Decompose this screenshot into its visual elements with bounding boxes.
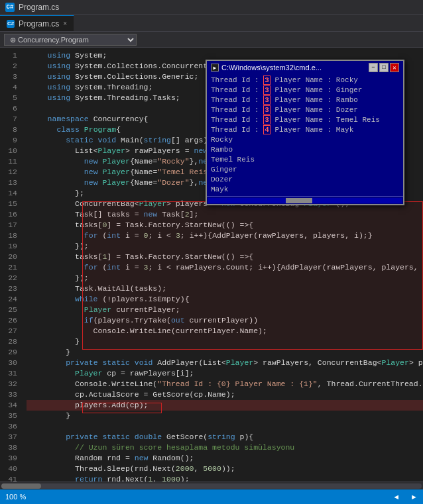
scroll-right-indicator[interactable]: ►	[410, 493, 418, 501]
tab-label: Program.cs	[19, 19, 59, 28]
code-line: Player currentPlayer;	[27, 305, 423, 315]
code-line: Thread.Sleep(rnd.Next(2000, 5000));	[27, 464, 423, 474]
line-number: 17	[0, 220, 21, 230]
code-line: tasks[0] = Task.Factory.StartNew(() =>{	[27, 220, 423, 230]
line-number: 26	[0, 315, 21, 326]
line-number: 5	[0, 93, 21, 103]
editor-area: 1234567891011121314151617181920212223242…	[0, 48, 423, 481]
line-number: 34	[0, 400, 21, 411]
cmd-title-text: C:\Windows\system32\cmd.e...	[221, 64, 322, 72]
code-line: Random rnd = new Random();	[27, 453, 423, 464]
code-line: });	[27, 273, 423, 283]
scrollbar-horizontal[interactable]	[0, 481, 423, 489]
line-number: 12	[0, 167, 21, 177]
line-number: 2	[0, 61, 21, 72]
code-line: private static void AddPlayer(List<Playe…	[27, 358, 423, 368]
thread-id-badge: 3	[263, 76, 271, 85]
breadcrumb-bar: ⊕ Concurrency.Program	[0, 32, 423, 48]
line-number: 35	[0, 411, 21, 421]
tab-icon: C#	[7, 20, 15, 28]
line-number: 13	[0, 177, 21, 188]
line-number: 4	[0, 82, 21, 93]
cmd-output-line: Dozer	[211, 175, 399, 185]
line-number: 27	[0, 326, 21, 336]
line-number: 3	[0, 72, 21, 82]
cmd-output-line: Rocky	[211, 135, 399, 145]
line-number: 9	[0, 135, 21, 146]
line-number: 10	[0, 146, 21, 156]
code-line: if(players.TryTake(out currentPlayer))	[27, 315, 423, 326]
cmd-output-line: Ginger	[211, 165, 399, 175]
ide-window: C# Program.cs C# Program.cs × ⊕ Concurre…	[0, 0, 423, 504]
line-numbers: 1234567891011121314151617181920212223242…	[0, 48, 24, 481]
line-number: 20	[0, 252, 21, 262]
line-number: 29	[0, 347, 21, 358]
code-line: Console.WriteLine("Thread Id : {0} Playe…	[27, 379, 423, 389]
line-number: 11	[0, 156, 21, 167]
thread-id-badge: 3	[263, 105, 271, 115]
thread-id-badge: 3	[263, 115, 271, 125]
code-line: // Uzun süren score hesaplama metodu sim…	[27, 442, 423, 453]
line-number: 7	[0, 114, 21, 125]
line-number: 1	[0, 50, 21, 61]
line-number: 41	[0, 474, 21, 481]
cmd-scroll-thumb	[286, 198, 312, 203]
line-number: 30	[0, 358, 21, 368]
code-line: for (int i = 0; i < 3; i++){AddPlayer(ra…	[27, 230, 423, 241]
line-number: 36	[0, 421, 21, 432]
line-number: 19	[0, 241, 21, 252]
code-line: players.Add(cp);	[27, 400, 423, 411]
line-number: 18	[0, 230, 21, 241]
status-bar: 100 % ◄ ►	[0, 489, 423, 504]
line-number: 33	[0, 389, 21, 400]
code-line: Task[] tasks = new Task[2];	[27, 209, 423, 220]
code-line: }	[27, 411, 423, 421]
line-number: 31	[0, 368, 21, 379]
line-number: 32	[0, 379, 21, 389]
cmd-output-line: Thread Id : 3 Player Name : Temel Reis	[211, 115, 399, 125]
line-number: 8	[0, 125, 21, 135]
zoom-level: 100 %	[5, 493, 26, 501]
line-number: 22	[0, 273, 21, 283]
line-number: 28	[0, 336, 21, 347]
line-number: 39	[0, 453, 21, 464]
tab-close-button[interactable]: ×	[63, 20, 67, 27]
code-line: }	[27, 336, 423, 347]
cmd-maximize-button[interactable]: □	[379, 63, 389, 72]
cmd-window: ▶ C:\Windows\system32\cmd.e... − □ ✕ Thr…	[206, 60, 404, 205]
cmd-output-line: Thread Id : 3 Player Name : Dozer	[211, 105, 399, 115]
line-number: 6	[0, 103, 21, 114]
code-line: Task.WaitAll(tasks);	[27, 283, 423, 294]
line-number: 23	[0, 283, 21, 294]
line-number: 25	[0, 305, 21, 315]
scroll-left-indicator[interactable]: ◄	[393, 493, 400, 501]
breadcrumb-select[interactable]: ⊕ Concurrency.Program	[4, 34, 137, 46]
cmd-scrollbar[interactable]	[207, 196, 403, 204]
title-bar: C# Program.cs	[0, 0, 423, 15]
thread-id-badge: 3	[263, 95, 271, 105]
code-line: Player cp = rawPlayers[i];	[27, 368, 423, 379]
code-line: tasks[1] = Task.Factory.StartNew(() =>{	[27, 252, 423, 262]
line-number: 16	[0, 209, 21, 220]
cmd-output-line: Thread Id : 3 Player Name : Ginger	[211, 85, 399, 95]
cmd-title-left: ▶ C:\Windows\system32\cmd.e...	[211, 64, 322, 72]
tab-program-cs[interactable]: C# Program.cs ×	[0, 15, 74, 31]
cmd-output-line: Rambo	[211, 145, 399, 155]
cmd-output-line: Mayk	[211, 185, 399, 195]
code-line: private static double GetScore(string p)…	[27, 432, 423, 442]
thread-id-badge: 3	[263, 85, 271, 95]
thread-id-badge: 4	[263, 125, 271, 134]
cmd-output-line: Thread Id : 3 Player Name : Rocky	[211, 76, 399, 85]
line-number: 37	[0, 432, 21, 442]
code-line: for (int i = 3; i < rawPlayers.Count; i+…	[27, 262, 423, 273]
cs-icon: C#	[5, 3, 15, 12]
code-line	[27, 421, 423, 432]
cmd-minimize-button[interactable]: −	[369, 63, 378, 72]
code-line: Console.WriteLine(currentPlayer.Name);	[27, 326, 423, 336]
scroll-thumb	[1, 483, 41, 489]
title-text: Program.cs	[19, 3, 59, 12]
code-line: cp.ActualScore = GetScore(cp.Name);	[27, 389, 423, 400]
cmd-close-button[interactable]: ✕	[390, 63, 399, 72]
line-number: 24	[0, 294, 21, 305]
code-line: });	[27, 241, 423, 252]
